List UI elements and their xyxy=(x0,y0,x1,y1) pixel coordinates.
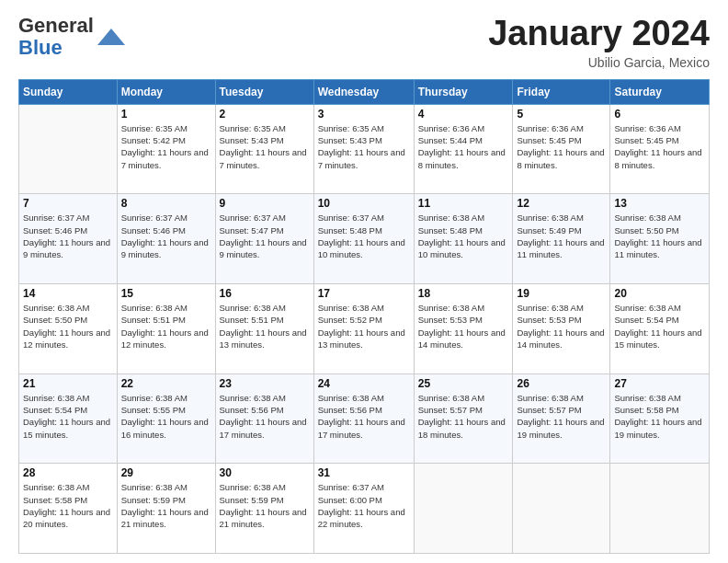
table-row: 31Sunrise: 6:37 AMSunset: 6:00 PMDayligh… xyxy=(313,464,414,554)
day-number: 29 xyxy=(121,466,211,479)
col-thursday: Thursday xyxy=(414,79,513,104)
day-number: 8 xyxy=(121,197,211,210)
day-info: Sunrise: 6:38 AMSunset: 5:51 PMDaylight:… xyxy=(121,302,211,350)
day-info: Sunrise: 6:38 AMSunset: 5:52 PMDaylight:… xyxy=(318,302,410,350)
day-info: Sunrise: 6:38 AMSunset: 5:51 PMDaylight:… xyxy=(220,302,310,350)
day-number: 27 xyxy=(614,377,705,390)
logo-general: General xyxy=(18,14,94,37)
day-number: 19 xyxy=(517,287,606,300)
day-info: Sunrise: 6:37 AMSunset: 5:46 PMDaylight:… xyxy=(121,212,211,260)
calendar-week-row: 1Sunrise: 6:35 AMSunset: 5:42 PMDaylight… xyxy=(19,104,710,194)
day-number: 20 xyxy=(614,287,705,300)
calendar-week-row: 7Sunrise: 6:37 AMSunset: 5:46 PMDaylight… xyxy=(19,194,710,284)
day-number: 14 xyxy=(23,287,113,300)
table-row: 2Sunrise: 6:35 AMSunset: 5:43 PMDaylight… xyxy=(215,104,313,194)
table-row: 4Sunrise: 6:36 AMSunset: 5:44 PMDaylight… xyxy=(414,104,513,194)
table-row: 21Sunrise: 6:38 AMSunset: 5:54 PMDayligh… xyxy=(19,373,118,464)
table-row: 15Sunrise: 6:38 AMSunset: 5:51 PMDayligh… xyxy=(117,284,215,374)
logo: General Blue xyxy=(18,15,125,59)
day-info: Sunrise: 6:38 AMSunset: 5:54 PMDaylight:… xyxy=(23,392,113,441)
table-row: 10Sunrise: 6:37 AMSunset: 5:48 PMDayligh… xyxy=(313,194,414,284)
day-info: Sunrise: 6:38 AMSunset: 5:54 PMDaylight:… xyxy=(614,302,705,350)
col-saturday: Saturday xyxy=(610,79,710,104)
day-info: Sunrise: 6:36 AMSunset: 5:45 PMDaylight:… xyxy=(614,122,705,171)
day-number: 25 xyxy=(418,377,509,390)
day-number: 3 xyxy=(318,108,410,121)
table-row: 1Sunrise: 6:35 AMSunset: 5:42 PMDaylight… xyxy=(117,104,215,194)
table-row: 22Sunrise: 6:38 AMSunset: 5:55 PMDayligh… xyxy=(117,373,215,464)
header: General Blue January 2024 Ubilio Garcia,… xyxy=(18,15,710,70)
calendar-week-row: 14Sunrise: 6:38 AMSunset: 5:50 PMDayligh… xyxy=(19,284,710,374)
title-area: January 2024 Ubilio Garcia, Mexico xyxy=(488,15,710,70)
day-number: 2 xyxy=(220,108,310,121)
day-info: Sunrise: 6:38 AMSunset: 5:55 PMDaylight:… xyxy=(121,392,211,441)
day-number: 7 xyxy=(23,197,113,210)
table-row: 8Sunrise: 6:37 AMSunset: 5:46 PMDaylight… xyxy=(117,194,215,284)
day-number: 21 xyxy=(23,377,113,390)
day-info: Sunrise: 6:35 AMSunset: 5:43 PMDaylight:… xyxy=(220,122,310,171)
location: Ubilio Garcia, Mexico xyxy=(488,55,710,70)
day-info: Sunrise: 6:37 AMSunset: 5:48 PMDaylight:… xyxy=(318,212,410,260)
calendar-table: Sunday Monday Tuesday Wednesday Thursday… xyxy=(18,79,710,554)
table-row: 5Sunrise: 6:36 AMSunset: 5:45 PMDaylight… xyxy=(513,104,610,194)
table-row xyxy=(513,464,610,554)
day-info: Sunrise: 6:38 AMSunset: 5:53 PMDaylight:… xyxy=(517,302,606,350)
col-sunday: Sunday xyxy=(19,79,118,104)
day-info: Sunrise: 6:38 AMSunset: 5:59 PMDaylight:… xyxy=(220,481,310,530)
table-row: 16Sunrise: 6:38 AMSunset: 5:51 PMDayligh… xyxy=(215,284,313,374)
day-info: Sunrise: 6:35 AMSunset: 5:42 PMDaylight:… xyxy=(121,122,211,171)
day-number: 6 xyxy=(614,108,705,121)
calendar-body: 1Sunrise: 6:35 AMSunset: 5:42 PMDaylight… xyxy=(19,104,710,553)
table-row: 7Sunrise: 6:37 AMSunset: 5:46 PMDaylight… xyxy=(19,194,118,284)
table-row: 18Sunrise: 6:38 AMSunset: 5:53 PMDayligh… xyxy=(414,284,513,374)
day-info: Sunrise: 6:38 AMSunset: 5:57 PMDaylight:… xyxy=(517,392,606,441)
svg-marker-0 xyxy=(97,29,125,45)
calendar-header-row: Sunday Monday Tuesday Wednesday Thursday… xyxy=(19,79,710,104)
table-row: 17Sunrise: 6:38 AMSunset: 5:52 PMDayligh… xyxy=(313,284,414,374)
day-info: Sunrise: 6:38 AMSunset: 5:48 PMDaylight:… xyxy=(418,212,509,260)
logo-icon xyxy=(97,29,125,45)
day-info: Sunrise: 6:38 AMSunset: 5:57 PMDaylight:… xyxy=(418,392,509,441)
table-row: 11Sunrise: 6:38 AMSunset: 5:48 PMDayligh… xyxy=(414,194,513,284)
day-number: 13 xyxy=(614,197,705,210)
table-row: 6Sunrise: 6:36 AMSunset: 5:45 PMDaylight… xyxy=(610,104,710,194)
day-number: 23 xyxy=(220,377,310,390)
table-row: 12Sunrise: 6:38 AMSunset: 5:49 PMDayligh… xyxy=(513,194,610,284)
day-info: Sunrise: 6:38 AMSunset: 5:49 PMDaylight:… xyxy=(517,212,606,260)
table-row: 19Sunrise: 6:38 AMSunset: 5:53 PMDayligh… xyxy=(513,284,610,374)
day-info: Sunrise: 6:38 AMSunset: 5:50 PMDaylight:… xyxy=(614,212,705,260)
day-number: 18 xyxy=(418,287,509,300)
day-number: 5 xyxy=(517,108,606,121)
day-info: Sunrise: 6:36 AMSunset: 5:44 PMDaylight:… xyxy=(418,122,509,171)
col-friday: Friday xyxy=(513,79,610,104)
day-info: Sunrise: 6:38 AMSunset: 5:58 PMDaylight:… xyxy=(23,481,113,530)
logo-text: General Blue xyxy=(18,15,94,59)
day-number: 30 xyxy=(220,466,310,479)
table-row: 20Sunrise: 6:38 AMSunset: 5:54 PMDayligh… xyxy=(610,284,710,374)
table-row xyxy=(19,104,118,194)
day-number: 22 xyxy=(121,377,211,390)
day-number: 4 xyxy=(418,108,509,121)
day-number: 17 xyxy=(318,287,410,300)
day-number: 31 xyxy=(318,466,410,479)
page: General Blue January 2024 Ubilio Garcia,… xyxy=(0,0,728,563)
table-row: 25Sunrise: 6:38 AMSunset: 5:57 PMDayligh… xyxy=(414,373,513,464)
day-info: Sunrise: 6:38 AMSunset: 5:56 PMDaylight:… xyxy=(220,392,310,441)
day-info: Sunrise: 6:37 AMSunset: 5:47 PMDaylight:… xyxy=(220,212,310,260)
logo-blue: Blue xyxy=(18,36,63,59)
col-monday: Monday xyxy=(117,79,215,104)
table-row: 29Sunrise: 6:38 AMSunset: 5:59 PMDayligh… xyxy=(117,464,215,554)
day-number: 28 xyxy=(23,466,113,479)
day-number: 24 xyxy=(318,377,410,390)
day-number: 16 xyxy=(220,287,310,300)
day-info: Sunrise: 6:37 AMSunset: 6:00 PMDaylight:… xyxy=(318,481,410,530)
day-number: 1 xyxy=(121,108,211,121)
table-row: 28Sunrise: 6:38 AMSunset: 5:58 PMDayligh… xyxy=(19,464,118,554)
table-row: 9Sunrise: 6:37 AMSunset: 5:47 PMDaylight… xyxy=(215,194,313,284)
day-number: 12 xyxy=(517,197,606,210)
day-info: Sunrise: 6:38 AMSunset: 5:58 PMDaylight:… xyxy=(614,392,705,441)
day-info: Sunrise: 6:38 AMSunset: 5:56 PMDaylight:… xyxy=(318,392,410,441)
table-row: 3Sunrise: 6:35 AMSunset: 5:43 PMDaylight… xyxy=(313,104,414,194)
table-row: 24Sunrise: 6:38 AMSunset: 5:56 PMDayligh… xyxy=(313,373,414,464)
table-row: 30Sunrise: 6:38 AMSunset: 5:59 PMDayligh… xyxy=(215,464,313,554)
